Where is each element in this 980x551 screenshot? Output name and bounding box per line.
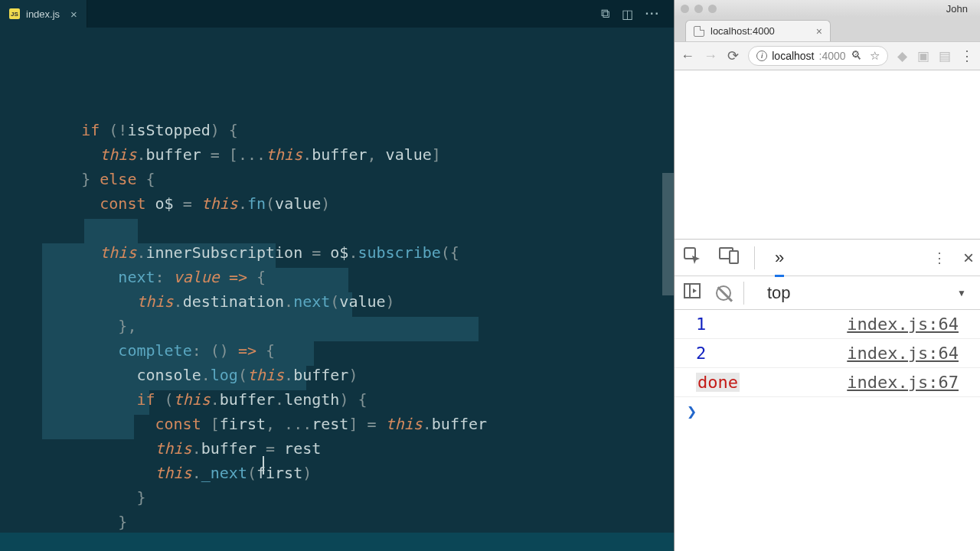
- browser-tab-strip: localhost:4000 ×: [675, 17, 980, 41]
- traffic-min-icon[interactable]: [694, 5, 703, 13]
- search-icon[interactable]: 🔍︎: [851, 49, 862, 63]
- browser-tab-title: localhost:4000: [710, 25, 775, 37]
- bookmark-icon[interactable]: ☆: [870, 49, 880, 63]
- address-actions: 🔍︎ ☆: [851, 49, 880, 63]
- browser-menu-icon[interactable]: ⋮: [960, 47, 974, 64]
- tab-filename: index.js: [26, 8, 60, 20]
- app-root: JS index.js × ⧉ ◫ ··· if (!isStopped) { …: [0, 0, 980, 551]
- code-line: }: [44, 485, 674, 510]
- console-toolbar: top ▼: [675, 276, 980, 310]
- browser-tab-close-icon[interactable]: ×: [816, 25, 822, 37]
- log-message: done: [696, 373, 740, 392]
- code-line: this._next(first): [44, 461, 674, 485]
- console-sidebar-toggle-icon[interactable]: [681, 283, 704, 303]
- traffic-close-icon[interactable]: [681, 5, 689, 13]
- browser-tab[interactable]: localhost:4000 ×: [685, 20, 831, 41]
- console-log-row[interactable]: doneindex.js:67: [675, 368, 980, 397]
- code-area[interactable]: if (!isStopped) { this.buffer = [...this…: [0, 28, 674, 533]
- profile-name[interactable]: John: [946, 3, 974, 15]
- svg-rect-2: [730, 251, 738, 263]
- console-log-row[interactable]: 1index.js:64: [675, 310, 980, 339]
- devtools-menu-icon[interactable]: ⋮: [933, 249, 946, 266]
- extension-icon-3[interactable]: ▤: [939, 48, 951, 64]
- code-line: if (this.buffer.length) {: [44, 387, 674, 412]
- devtools-right-actions: ⋮ ×: [933, 247, 974, 269]
- code-line: console.log(this.buffer): [44, 363, 674, 387]
- code-line: const [first, ...rest] = this.buffer: [44, 412, 674, 436]
- minimap-overview[interactable]: [662, 173, 674, 295]
- code-line: [44, 216, 674, 240]
- code-line: this.destination.next(value): [44, 289, 674, 314]
- compare-changes-icon[interactable]: ⧉: [601, 7, 609, 21]
- log-source-link[interactable]: index.js:64: [847, 344, 959, 363]
- code-line: next: value => {: [44, 265, 674, 289]
- divider: [743, 282, 744, 305]
- code-line: if (!isStopped) {: [44, 118, 674, 142]
- devtools-tabs-overflow-icon[interactable]: »: [775, 248, 784, 268]
- log-message: 2: [696, 344, 706, 363]
- editor-pane: JS index.js × ⧉ ◫ ··· if (!isStopped) { …: [0, 0, 674, 551]
- code-line: }: [44, 510, 674, 533]
- device-toolbar-icon[interactable]: [717, 247, 740, 269]
- window-titlebar: John: [675, 0, 980, 17]
- editor-status-bar: [0, 533, 674, 551]
- code-line: complete: () => {: [44, 338, 674, 363]
- code-line: this.buffer = [...this.buffer, value]: [44, 142, 674, 167]
- context-label: top: [767, 283, 791, 303]
- editor-tab[interactable]: JS index.js ×: [0, 0, 87, 28]
- log-source-link[interactable]: index.js:67: [847, 373, 959, 392]
- console-log-list[interactable]: 1index.js:642index.js:64doneindex.js:67❯: [675, 310, 980, 551]
- address-port: :4000: [819, 50, 846, 62]
- browser-pane: John localhost:4000 × ← → ⟳ i localhost:…: [674, 0, 980, 551]
- chevron-down-icon: ▼: [957, 288, 966, 298]
- nav-back-icon[interactable]: ←: [681, 48, 694, 64]
- traffic-max-icon[interactable]: [708, 5, 717, 13]
- svg-rect-3: [684, 284, 700, 298]
- devtools-panel: » ⋮ × top ▼ 1index.js:642index.js:64done…: [675, 239, 980, 551]
- extension-icon-1[interactable]: ◆: [897, 48, 908, 64]
- code-line: } else {: [44, 167, 674, 191]
- address-bar[interactable]: i localhost:4000 🔍︎ ☆: [748, 46, 887, 66]
- devtools-tab-bar: » ⋮ ×: [675, 240, 980, 276]
- nav-reload-icon[interactable]: ⟳: [727, 47, 739, 64]
- code-line: this.buffer = rest: [44, 436, 674, 461]
- split-editor-icon[interactable]: ◫: [622, 7, 633, 21]
- divider: [754, 246, 755, 269]
- text-cursor: [263, 456, 264, 474]
- more-actions-icon[interactable]: ···: [645, 7, 660, 21]
- devtools-close-icon[interactable]: ×: [963, 247, 974, 269]
- log-source-link[interactable]: index.js:64: [847, 315, 959, 334]
- extension-icon-2[interactable]: ▣: [917, 48, 929, 64]
- log-message: 1: [696, 315, 706, 334]
- execution-context-select[interactable]: top ▼: [756, 282, 974, 305]
- page-viewport[interactable]: [675, 70, 980, 239]
- nav-forward-icon[interactable]: →: [704, 48, 717, 64]
- console-prompt[interactable]: ❯: [675, 397, 980, 425]
- element-picker-icon[interactable]: [681, 246, 704, 269]
- page-icon: [694, 26, 704, 37]
- browser-toolbar: ← → ⟳ i localhost:4000 🔍︎ ☆ ◆ ▣ ▤ ⋮: [675, 41, 980, 70]
- tabs-left: JS index.js ×: [0, 0, 87, 28]
- tab-close-icon[interactable]: ×: [70, 8, 77, 21]
- editor-tabs-bar: JS index.js × ⧉ ◫ ···: [0, 0, 674, 28]
- address-host: localhost: [772, 50, 814, 62]
- code-line: this.innerSubscription = o$.subscribe({: [44, 240, 674, 265]
- editor-tab-actions: ⧉ ◫ ···: [601, 7, 668, 21]
- console-log-row[interactable]: 2index.js:64: [675, 339, 980, 368]
- svg-marker-5: [693, 289, 697, 293]
- site-info-icon[interactable]: i: [756, 51, 767, 61]
- clear-console-icon[interactable]: [716, 285, 731, 301]
- code-line: const o$ = this.fn(value): [44, 191, 674, 216]
- js-file-icon: JS: [9, 8, 20, 19]
